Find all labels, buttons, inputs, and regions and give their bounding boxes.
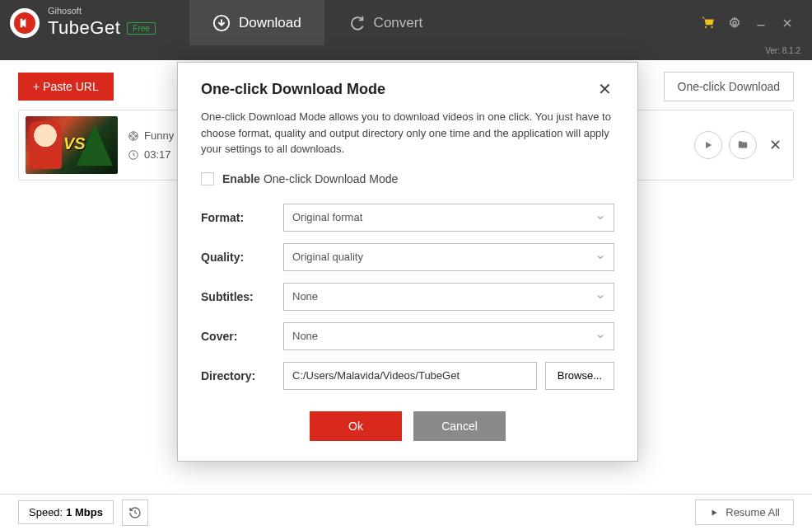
resume-label: Resume All [726,506,780,518]
play-button[interactable] [694,131,722,159]
free-badge: Free [127,22,156,35]
clock-icon [128,149,139,161]
dialog-close-button[interactable]: ✕ [595,79,614,99]
brand: Gihosoft TubeGet Free [0,7,189,39]
quality-select[interactable]: Original quality [283,243,614,271]
svg-point-9 [133,137,134,138]
tab-convert[interactable]: Convert [324,0,446,45]
ok-button[interactable]: Ok [310,411,402,441]
chevron-down-icon [595,292,605,302]
open-folder-button[interactable] [729,131,757,159]
gear-icon[interactable] [721,10,748,36]
svg-point-6 [133,132,134,134]
format-value: Original format [292,211,362,223]
cart-icon[interactable] [695,10,721,36]
svg-point-1 [733,21,736,25]
subtitles-label: Subtitles: [201,290,283,303]
subtitles-value: None [292,290,318,303]
header: Gihosoft TubeGet Free Download Convert [0,0,812,45]
main-tabs: Download Convert [189,0,446,45]
chevron-down-icon [595,213,605,223]
svg-point-7 [130,134,132,136]
close-icon[interactable] [774,10,800,36]
tab-convert-label: Convert [374,15,423,31]
format-label: Format: [201,211,283,224]
remove-item-button[interactable]: ✕ [763,134,786,157]
quality-value: Original quality [292,251,363,263]
browse-button[interactable]: Browse... [545,362,614,390]
brand-name: TubeGet [48,17,120,39]
quality-label: Quality: [201,251,283,264]
format-select[interactable]: Original format [283,204,614,232]
cover-value: None [292,330,318,342]
speed-value: 1 Mbps [66,506,103,518]
tab-download[interactable]: Download [189,0,324,45]
directory-label: Directory: [201,369,283,382]
one-click-download-button[interactable]: One-click Download [664,72,795,101]
resume-all-button[interactable]: Resume All [695,500,794,525]
cancel-button[interactable]: Cancel [413,411,506,441]
speed-selector[interactable]: Speed: 1 Mbps [18,500,114,524]
video-duration: 03:17 [144,148,171,161]
brand-company: Gihosoft [48,7,156,16]
version-label: Ver: 8.1.2 [765,46,800,55]
paste-url-button[interactable]: + Paste URL [18,73,114,101]
one-click-dialog: One-click Download Mode ✕ One-click Down… [177,62,638,462]
film-icon [128,130,139,142]
enable-checkbox-row[interactable]: Enable One-click Download Mode [201,172,614,185]
cover-select[interactable]: None [283,322,614,350]
play-icon [709,508,719,518]
speed-label: Speed: [29,506,63,518]
svg-point-8 [135,134,137,136]
enable-rest: One-click Download Mode [264,172,398,185]
cover-label: Cover: [201,330,283,343]
enable-bold: Enable [222,172,260,185]
dialog-description: One-click Download Mode allows you to do… [201,109,614,157]
minimize-icon[interactable] [748,10,774,36]
enable-checkbox[interactable] [201,172,214,185]
subtitles-select[interactable]: None [283,283,614,311]
history-button[interactable] [122,500,148,526]
tab-download-label: Download [239,15,301,31]
chevron-down-icon [595,252,605,262]
video-thumbnail: VS [26,116,118,174]
directory-input[interactable] [283,362,537,390]
chevron-down-icon [595,331,605,341]
footer: Speed: 1 Mbps Resume All [0,494,812,530]
dialog-title: One-click Download Mode [201,81,385,98]
app-logo [10,8,40,38]
